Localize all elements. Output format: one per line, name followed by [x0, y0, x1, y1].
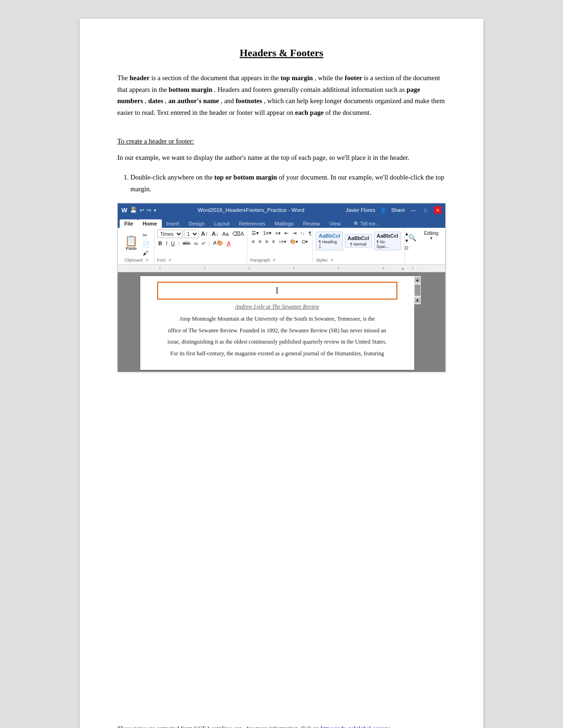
word-screenshot: W 💾 ↩ ↪ ▾ Word2016_HeadersFooters_Practi… [117, 203, 446, 372]
intro-text-1: is a section of the document that appear… [151, 74, 280, 82]
scroll-thumb[interactable] [415, 285, 420, 296]
numbering-button[interactable]: 1≡▾ [261, 230, 273, 237]
header-bold: header [129, 74, 150, 82]
para-row-1: ☰▾ 1≡▾ ≡▾ ⇤ ⇥ ↑↓ ¶ [250, 230, 310, 237]
copy-button[interactable]: 📄 [141, 240, 151, 248]
format-painter-button[interactable]: 🖌 [141, 249, 150, 257]
maximize-button[interactable]: □ [422, 206, 429, 214]
user-name: Javier Flores [346, 207, 375, 213]
tell-me-input[interactable]: 🔍 Tell me... [349, 220, 384, 228]
editing-group: Editing ▾ [419, 229, 443, 263]
header-box[interactable]: I [157, 282, 397, 300]
text-highlight-button[interactable]: A🎨 [212, 240, 224, 247]
style-heading1-preview: AaBbCcI [319, 233, 340, 239]
tab-home[interactable]: Home [138, 219, 162, 228]
decrease-indent-button[interactable]: ⇤ [283, 230, 290, 237]
ruler-inner: · · · · · · · · 1 · · · · · · · · · · 2 … [119, 265, 444, 272]
footer-link[interactable]: https://edu.gcfglobal.org/en/ [320, 725, 389, 728]
clipboard-group: 📋 Paste ✂ 📄 🖌 Clipboard ↗ [120, 229, 154, 263]
close-button[interactable]: ✕ [434, 206, 441, 214]
scroll-up-button[interactable]: ▲ [415, 277, 420, 283]
word-titlebar: W 💾 ↩ ↪ ▾ Word2016_HeadersFooters_Practi… [118, 203, 445, 217]
italic-button[interactable]: I [164, 240, 168, 247]
intro-text-2: , while the [314, 74, 344, 82]
align-right-button[interactable]: ≡ [264, 238, 269, 245]
style-no-spacing[interactable]: AaBbCcI ¶ No Spac... [374, 232, 401, 250]
subscript-button[interactable]: x₂ [192, 240, 199, 246]
font-size-select[interactable]: 12 [184, 230, 199, 238]
word-logo-icon: W [122, 207, 127, 214]
multilevel-button[interactable]: ≡▾ [274, 230, 282, 236]
editing-button[interactable]: Editing ▾ [421, 230, 441, 241]
style-nospace-label: ¶ No Spac... [377, 240, 398, 249]
font-row-1: Times 12 A↑ A↓ Aa ⌫A [157, 230, 244, 238]
paste-button[interactable]: 📋 Paste [122, 231, 140, 255]
tab-layout[interactable]: Layout [209, 219, 234, 228]
minimize-button[interactable]: — [410, 206, 417, 214]
bullets-button[interactable]: ☰▾ [250, 230, 260, 237]
editing-dropdown-icon: ▾ [430, 236, 433, 240]
font-family-select[interactable]: Times [157, 230, 183, 238]
shading-button[interactable]: 🎨▾ [289, 239, 299, 245]
undo-icon[interactable]: ↩ [140, 207, 144, 213]
tab-insert[interactable]: Insert [162, 219, 184, 228]
line-spacing-button[interactable]: ↕≡▾ [277, 239, 288, 245]
search-area: 🔍 [405, 229, 419, 263]
paste-icon: 📋 [125, 236, 137, 246]
document-page: Headers & Footers The header is a sectio… [80, 19, 483, 728]
superscript-button[interactable]: x² [200, 240, 207, 246]
increase-indent-button[interactable]: ⇥ [291, 230, 298, 237]
font-group: Times 12 A↑ A↓ Aa ⌫A B I U | [154, 229, 248, 263]
clear-format-button[interactable]: ⌫A [231, 230, 245, 238]
doc-footer-link: Andrew Lytle at The Sewanee Review [157, 303, 397, 310]
shrink-font-button[interactable]: A↓ [210, 230, 220, 238]
tab-references[interactable]: References [234, 219, 270, 228]
intro-text-5: , [145, 97, 148, 105]
clipboard-sub-buttons: ✂ 📄 🖌 [141, 230, 151, 257]
paragraph-label: Paragraph ↗ [250, 257, 276, 263]
footer-bold: footer [345, 74, 362, 82]
step-1: Double-click anywhere on the top or bott… [130, 172, 446, 195]
tab-mailings[interactable]: Mailings [270, 219, 298, 228]
section-heading: To create a header or footer: [117, 137, 446, 145]
borders-button[interactable]: ⊡▾ [300, 239, 309, 245]
strikethrough-button[interactable]: abc [181, 240, 191, 246]
steps-list: Double-click anywhere on the top or bott… [130, 172, 446, 195]
redo-icon[interactable]: ↪ [147, 207, 151, 213]
style-normal[interactable]: AaBbCcI ¶ Normal [345, 234, 372, 248]
styles-label: Styles ↗ [316, 257, 334, 263]
footer-text: These notes are extracted from GCF Learn… [117, 725, 320, 728]
justify-button[interactable]: ≡ [271, 238, 276, 245]
align-center-button[interactable]: ≡ [257, 238, 263, 245]
tab-file[interactable]: File [120, 219, 138, 228]
intro-text-6: , [165, 97, 168, 105]
tab-design[interactable]: Design [184, 219, 209, 228]
style-heading1[interactable]: AaBbCcI ¶ Heading 1 [316, 232, 343, 250]
show-marks-button[interactable]: ¶ [307, 230, 313, 237]
dates-bold: dates [148, 97, 163, 105]
underline-button[interactable]: U [170, 240, 176, 247]
align-left-button[interactable]: ≡ [250, 238, 256, 245]
save-icon[interactable]: 💾 [130, 207, 137, 213]
intro-text-4: . Headers and footers generally contain … [214, 86, 406, 93]
bottom-margin-bold: bottom margin [169, 86, 213, 93]
scrollbar[interactable]: ▲ ▼ [414, 276, 421, 304]
share-label[interactable]: Share [391, 207, 405, 213]
sort-button[interactable]: ↑↓ [299, 230, 306, 236]
search-button[interactable]: 🔍 [407, 233, 417, 243]
grow-font-button[interactable]: A↑ [200, 230, 210, 238]
font-color-button[interactable]: A [226, 240, 232, 247]
ribbon-tabs: File Home Insert Design Layout Reference… [118, 217, 445, 228]
bold-button[interactable]: B [157, 240, 164, 247]
cut-button[interactable]: ✂ [141, 232, 149, 239]
doc-area: ···-···- I Andrew Lytle at The Sewanee R… [118, 272, 445, 372]
share-icon[interactable]: 👤 [380, 207, 387, 213]
change-case-button[interactable]: Aa [221, 231, 230, 237]
scroll-down-button[interactable]: ▼ [415, 298, 420, 303]
intro-text-7: , and [221, 97, 236, 105]
tab-review[interactable]: Review [298, 219, 325, 228]
top-margin-bold: top margin [281, 74, 313, 82]
para-row-2: ≡ ≡ ≡ ≡ ↕≡▾ 🎨▾ ⊡▾ [250, 238, 310, 245]
tab-view[interactable]: View [325, 219, 345, 228]
style-heading1-label: ¶ Heading 1 [319, 240, 340, 249]
